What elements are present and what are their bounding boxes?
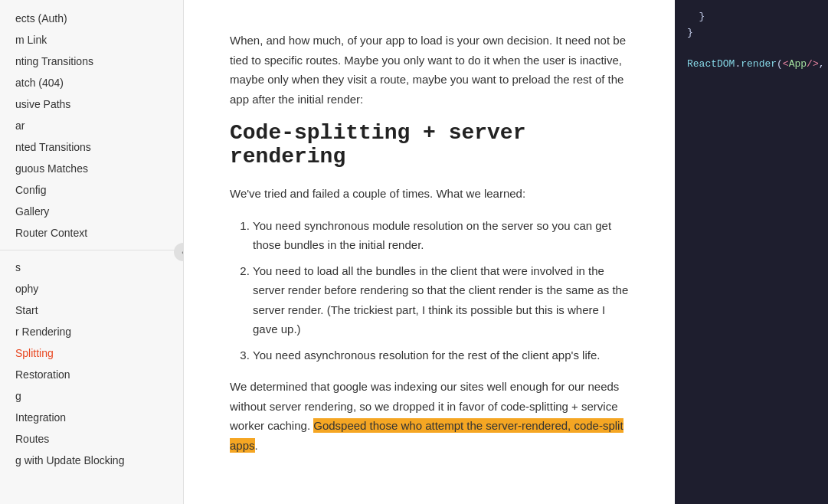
sidebar-item-scroll-restoration[interactable]: Restoration bbox=[0, 364, 183, 385]
code-panel: } } ReactDOM.render(<App/>, bbox=[675, 0, 828, 504]
code-line-3 bbox=[687, 41, 816, 57]
sidebar-item-update-blocking[interactable]: g with Update Blocking bbox=[0, 450, 183, 471]
sidebar-divider bbox=[0, 250, 183, 250]
list-item: You need asynchronous resolution for the… bbox=[253, 345, 629, 365]
sidebar-item-static-routes[interactable]: Routes bbox=[0, 428, 183, 450]
code-line-4: ReactDOM.render(<App/>, bbox=[687, 57, 816, 73]
tried-paragraph: We've tried and failed a couple of times… bbox=[230, 184, 629, 204]
sidebar-item-testing[interactable]: g bbox=[0, 385, 183, 407]
sidebar-item-redirects-auth[interactable]: ects (Auth) bbox=[0, 8, 183, 29]
sidebar-item-philosophy[interactable]: ophy bbox=[0, 278, 183, 299]
sidebar-item-route-config[interactable]: Config bbox=[0, 179, 183, 201]
sidebar-item-recursive-paths[interactable]: usive Paths bbox=[0, 93, 183, 115]
main-content: When, and how much, of your app to load … bbox=[184, 0, 675, 504]
code-line-1: } bbox=[687, 9, 816, 25]
sidebar-item-preventing-transitions[interactable]: nting Transitions bbox=[0, 51, 183, 72]
lessons-list: You need synchronous module resolution o… bbox=[230, 216, 629, 365]
sidebar-item-custom-link[interactable]: m Link bbox=[0, 29, 183, 51]
code-line-2: } bbox=[687, 25, 816, 41]
sidebar-item-s[interactable]: s bbox=[0, 257, 183, 278]
conclusion-text-after: . bbox=[255, 439, 258, 452]
intro-paragraph: When, and how much, of your app to load … bbox=[230, 31, 629, 109]
sidebar-item-no-match[interactable]: atch (404) bbox=[0, 72, 183, 93]
section-title: Code-splitting + server rendering bbox=[230, 121, 629, 169]
sidebar-item-redux-integration[interactable]: Integration bbox=[0, 407, 183, 428]
sidebar-item-sidebar[interactable]: ar bbox=[0, 115, 183, 136]
sidebar-item-code-splitting[interactable]: Splitting bbox=[0, 342, 183, 364]
sidebar-item-router-context[interactable]: Router Context bbox=[0, 222, 183, 244]
list-item: You need synchronous module resolution o… bbox=[253, 216, 629, 255]
list-item: You need to load all the bundles in the … bbox=[253, 261, 629, 339]
sidebar-item-animated-transitions[interactable]: nted Transitions bbox=[0, 136, 183, 158]
conclusion-paragraph: We determined that google was indexing o… bbox=[230, 377, 629, 455]
sidebar-item-route-gallery[interactable]: Gallery bbox=[0, 201, 183, 222]
sidebar-item-ambiguous-matches[interactable]: guous Matches bbox=[0, 158, 183, 179]
sidebar-item-server-rendering[interactable]: r Rendering bbox=[0, 321, 183, 342]
sidebar-item-quick-start[interactable]: Start bbox=[0, 299, 183, 321]
sidebar: ects (Auth) m Link nting Transitions atc… bbox=[0, 0, 184, 504]
